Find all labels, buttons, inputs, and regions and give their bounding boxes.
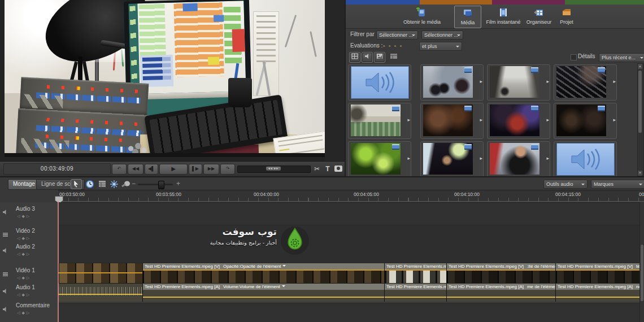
workspace-strip-share[interactable]: [565, 0, 644, 5]
effects-tool-icon[interactable]: [109, 180, 119, 189]
expand-clip-icon[interactable]: ▸: [613, 79, 616, 84]
keyframe-nav[interactable]: ◁◆▷: [17, 311, 31, 315]
keyframe-nav[interactable]: ◁◆▷: [17, 214, 31, 219]
step-back-button[interactable]: ◀▌: [145, 164, 158, 175]
add-text-icon[interactable]: T: [323, 164, 333, 173]
expand-clip-icon[interactable]: ▸: [480, 79, 482, 84]
details-checkbox[interactable]: [571, 54, 577, 60]
workspace-strip-organize[interactable]: [346, 0, 420, 5]
opacity-rubber-band[interactable]: [58, 272, 142, 273]
track-lane-audio-1[interactable]: Test HD Premiere Elements.mpeg [A]Volume…: [58, 283, 639, 302]
media-clip-audio[interactable]: [348, 64, 411, 101]
filter-select-1[interactable]: Sélectionner ...: [376, 31, 418, 40]
dropdown-arrow-icon[interactable]: [282, 285, 285, 289]
tab-organiseur[interactable]: Organiseur: [523, 6, 555, 27]
speaker-icon[interactable]: [2, 286, 8, 296]
media-clip-video[interactable]: ▸: [420, 141, 484, 176]
workspace-strip-disc[interactable]: [492, 0, 565, 5]
media-scrollbar[interactable]: ▲ ▼: [637, 63, 644, 176]
keyframe-nav[interactable]: ◁◆▷: [17, 276, 31, 280]
shuttle-handle[interactable]: ◂◂ ▸▸: [266, 167, 281, 171]
split-clip-icon[interactable]: ✂: [312, 164, 322, 173]
timeline-clip-video[interactable]: Test HD Premiere Elements.mpe: [384, 263, 447, 284]
view-options-button[interactable]: [389, 53, 399, 62]
zoom-out-icon[interactable]: −: [132, 180, 136, 188]
timeline-clip-video[interactable]: Test HD Premiere Elements.mpeg [V]:ité d…: [446, 263, 556, 284]
track-lane-audio-2[interactable]: [58, 244, 639, 263]
track-lane-video-2[interactable]: [58, 225, 639, 245]
timeline-clip-audio[interactable]: Test HD Premiere Elements.mpeg [A]ne:V: [555, 284, 640, 302]
audio-tools-select[interactable]: Outils audio: [543, 180, 588, 189]
expand-clip-icon[interactable]: ▸: [407, 117, 410, 123]
rewind-button[interactable]: ◀◀: [128, 164, 143, 175]
film-icon[interactable]: [2, 269, 8, 279]
tab-obtenir-le-media[interactable]: Obtenir le média: [403, 6, 438, 27]
go-to-previous-edit-button[interactable]: ↶: [112, 164, 127, 175]
volume-rubber-band[interactable]: [385, 297, 447, 298]
expand-clip-icon[interactable]: ▸: [480, 117, 482, 123]
markers-select[interactable]: Marques: [591, 180, 644, 189]
go-to-next-edit-button[interactable]: ↷: [220, 164, 235, 175]
film-icon[interactable]: [2, 229, 8, 240]
filter-audio-button[interactable]: [362, 53, 372, 62]
media-clip-video[interactable]: ▸: [420, 64, 484, 101]
timeline-clip-video[interactable]: Test HD Premiere Elements.mpeg [V]té:O: [555, 263, 640, 284]
timeline-zoom-slider[interactable]: [138, 184, 173, 185]
speaker-icon[interactable]: [2, 207, 8, 217]
expand-clip-icon[interactable]: ▸: [407, 155, 410, 161]
media-clip-video[interactable]: ▸: [348, 103, 411, 139]
playhead-line[interactable]: [58, 201, 59, 322]
volume-rubber-band[interactable]: [556, 297, 640, 298]
timeline-clip-video[interactable]: Test HD Premiere Elements.mpeg [V]Opacit…: [142, 263, 385, 284]
timeline-clip-audio[interactable]: Test HD Premiere Elements.mpeg [A]Volume…: [142, 284, 385, 302]
tab-media[interactable]: Média: [454, 6, 481, 28]
timeline-scroll-thumb[interactable]: [641, 245, 643, 301]
timeline-scrollbar[interactable]: [639, 202, 644, 322]
expand-clip-icon[interactable]: ▸: [480, 155, 482, 161]
filter-image-button[interactable]: [375, 53, 385, 62]
expand-clip-icon[interactable]: ▸: [613, 117, 616, 123]
timeline-clip-video[interactable]: [58, 263, 142, 284]
keyframe-nav[interactable]: ◁◆▷: [17, 236, 31, 241]
speaker-icon[interactable]: [2, 304, 8, 314]
track-lane-video-1[interactable]: Test HD Premiere Elements.mpeg [V]Opacit…: [58, 263, 639, 284]
zoom-in-icon[interactable]: +: [176, 180, 180, 188]
media-clip-video[interactable]: ▸: [420, 103, 484, 139]
timeline-zoom-handle[interactable]: [158, 181, 164, 189]
volume-rubber-band[interactable]: [447, 297, 556, 298]
expand-clip-icon[interactable]: ▸: [546, 79, 549, 84]
media-clip-video[interactable]: ▸: [487, 103, 550, 139]
filter-select-2[interactable]: Sélectionner ...: [421, 31, 463, 40]
expand-clip-icon[interactable]: ▸: [546, 117, 549, 123]
time-stretch-tool-icon[interactable]: [85, 180, 95, 189]
track-lane-audio-3[interactable]: [58, 202, 639, 225]
track-lane-commentaire[interactable]: [58, 303, 639, 322]
volume-rubber-band[interactable]: [58, 294, 142, 295]
scroll-up-icon[interactable]: ▲: [638, 64, 642, 69]
media-clip-video[interactable]: ▸: [554, 103, 617, 139]
freeze-frame-icon[interactable]: [334, 166, 342, 172]
media-clip-video[interactable]: ▸: [487, 64, 550, 101]
smart-mix-tool-icon[interactable]: [121, 180, 131, 189]
properties-tool-icon[interactable]: [97, 180, 107, 189]
rating-stars[interactable]: •••••: [377, 41, 405, 50]
media-clip-video[interactable]: ▸: [348, 141, 411, 176]
step-forward-button[interactable]: ▌▶: [189, 164, 202, 175]
tab-montage[interactable]: Montage: [8, 179, 40, 190]
shuttle-slider[interactable]: ◂◂ ▸▸: [237, 166, 311, 173]
speaker-icon[interactable]: [2, 245, 8, 255]
dropdown-arrow-icon[interactable]: [282, 265, 286, 268]
tab-film-instantane[interactable]: Film instantané: [484, 6, 523, 27]
timeline-ruler[interactable]: 00:03:50:00 00:03:55:00 00:04:00:00 00:0…: [58, 190, 644, 202]
tab-projet[interactable]: Projet: [555, 6, 578, 27]
filter-video-button[interactable]: [350, 53, 360, 62]
timeline-clip-audio[interactable]: [58, 284, 142, 302]
media-clip-video[interactable]: ▸: [487, 141, 550, 176]
timeline-clip-audio[interactable]: Test HD Premiere Elements.mpe: [384, 284, 447, 302]
play-button[interactable]: ▶: [159, 164, 188, 175]
expand-clip-icon[interactable]: ▸: [546, 155, 549, 161]
media-scroll-thumb[interactable]: [638, 71, 642, 133]
keyframe-nav[interactable]: ◁◆▷: [17, 252, 31, 256]
fast-forward-button[interactable]: ▶▶: [203, 164, 219, 175]
selection-tool-icon[interactable]: [71, 180, 81, 189]
